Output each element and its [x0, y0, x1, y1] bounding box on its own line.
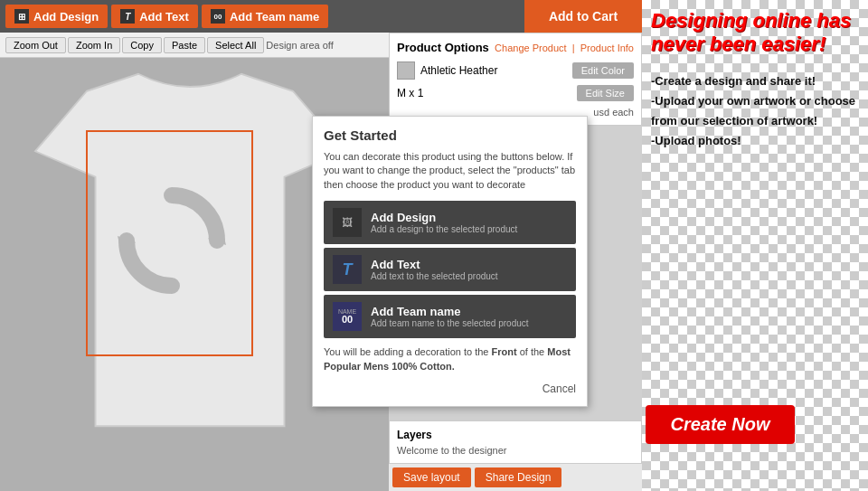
copy-button[interactable]: Copy	[122, 37, 162, 53]
gs-design-title: Add Design	[371, 211, 517, 224]
layers-title: Layers	[397, 429, 634, 441]
edit-tools-bar: Zoom Out Zoom In Copy Paste Select All D…	[0, 33, 389, 58]
gs-add-team-option[interactable]: NAME 00 Add Team name Add team name to t…	[324, 295, 576, 338]
add-team-name-button[interactable]: 00 Add Team name	[202, 5, 328, 28]
add-to-cart-button[interactable]: Add to Cart	[524, 0, 642, 33]
product-options-panel: Product Options Change Product | Product…	[389, 33, 642, 126]
design-area-off-button[interactable]: Design area off	[266, 40, 333, 51]
add-team-name-icon: 00	[211, 9, 225, 24]
product-options-title: Product Options	[397, 41, 489, 54]
get-started-title: Get Started	[324, 127, 576, 143]
share-design-button[interactable]: Share Design	[475, 467, 562, 487]
gs-add-text-option[interactable]: T Add Text Add text to the selected prod…	[324, 248, 576, 291]
gs-add-design-option[interactable]: 🖼 Add Design Add a design to the selecte…	[324, 201, 576, 244]
save-layout-button[interactable]: Save layout	[392, 467, 471, 487]
zoom-out-button[interactable]: Zoom Out	[5, 37, 66, 53]
paste-button[interactable]: Paste	[164, 37, 205, 53]
layers-panel: Layers Welcome to the designer	[389, 420, 642, 464]
edit-color-button[interactable]: Edit Color	[572, 62, 634, 79]
add-text-icon: T	[120, 9, 135, 24]
promo-bullet-1: -Create a design and share it!	[651, 71, 859, 91]
select-all-button[interactable]: Select All	[207, 37, 264, 53]
promo-bullet-3: -Upload photos!	[651, 131, 859, 151]
cancel-link[interactable]: Cancel	[542, 382, 576, 395]
promo-bullet-2: -Upload your own artwork or choose from …	[651, 91, 859, 131]
gs-team-sub: Add team name to the selected product	[371, 318, 529, 328]
size-value: M x 1	[397, 87, 423, 99]
gs-design-icon: 🖼	[333, 208, 362, 237]
get-started-modal: Get Started You can decorate this produc…	[312, 116, 588, 407]
gs-text-sub: Add text to the selected product	[371, 271, 498, 281]
selection-box	[86, 130, 253, 356]
product-info-link[interactable]: Product Info	[580, 42, 634, 53]
gs-text-icon: T	[333, 255, 362, 284]
create-now-button[interactable]: Create Now	[646, 405, 795, 444]
gs-team-icon: NAME 00	[333, 302, 362, 331]
gs-team-title: Add Team name	[371, 305, 529, 318]
color-value: Athletic Heather	[397, 61, 497, 80]
add-text-button[interactable]: T Add Text	[111, 5, 198, 28]
edit-size-button[interactable]: Edit Size	[577, 85, 634, 101]
add-design-button[interactable]: ⊞ Add Design	[5, 5, 108, 28]
promo-heading: Designing online has never been easier!	[651, 9, 859, 57]
add-design-icon: ⊞	[14, 9, 29, 24]
cancel-container: Cancel	[324, 382, 576, 395]
bottom-buttons-bar: Save layout Share Design	[389, 464, 642, 491]
promo-bullets: -Create a design and share it! -Upload y…	[651, 71, 859, 151]
color-swatch	[397, 61, 415, 80]
gs-design-sub: Add a design to the selected product	[371, 224, 517, 234]
layers-welcome: Welcome to the designer	[397, 445, 634, 456]
get-started-footer: You will be adding a decoration to the F…	[324, 345, 576, 373]
gs-text-title: Add Text	[371, 258, 498, 271]
product-options-links: Change Product | Product Info	[495, 42, 634, 53]
get-started-description: You can decorate this product using the …	[324, 150, 576, 192]
zoom-in-button[interactable]: Zoom In	[68, 37, 120, 53]
change-product-link[interactable]: Change Product	[495, 42, 567, 53]
